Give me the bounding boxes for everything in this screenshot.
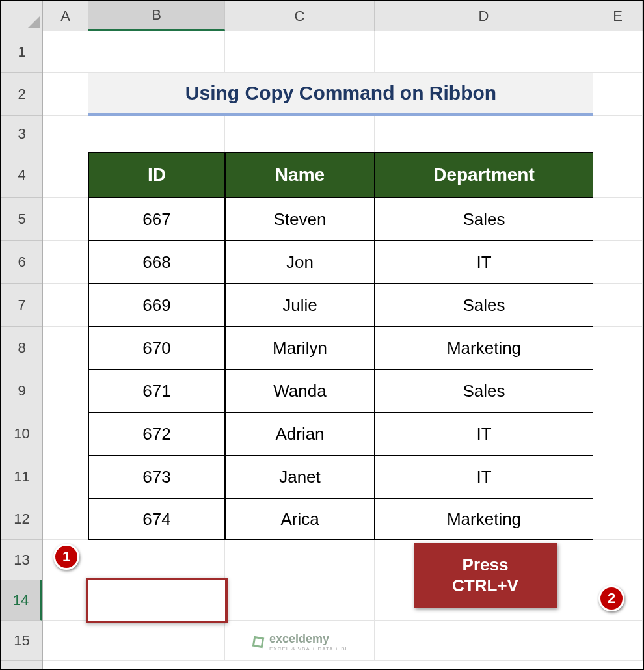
cell-E6[interactable] (593, 241, 643, 284)
cell-B1[interactable] (88, 31, 225, 73)
cell-E1[interactable] (593, 31, 643, 73)
col-header-B[interactable]: B (88, 1, 225, 31)
column-headers: ABCDE (43, 1, 643, 31)
col-header-E[interactable]: E (593, 1, 643, 31)
table-header-name: Name (225, 152, 375, 198)
cell-C14[interactable] (225, 580, 375, 621)
row-header-3[interactable]: 3 (1, 116, 42, 152)
cell-B13[interactable] (88, 540, 225, 580)
cell-name-668[interactable]: Jon (225, 241, 375, 284)
cell-dept-670[interactable]: Marketing (375, 327, 593, 369)
cell-A12[interactable] (43, 498, 88, 540)
select-all-corner[interactable] (1, 1, 43, 31)
cell-E4[interactable] (593, 152, 643, 198)
title: Using Copy Command on Ribbon (88, 73, 593, 116)
cell-E13[interactable] (593, 540, 643, 580)
cell-C1[interactable] (225, 31, 375, 73)
cell-name-671[interactable]: Wanda (225, 369, 375, 412)
row-headers: 123456789101112131415 (1, 31, 43, 669)
cell-E3[interactable] (593, 116, 643, 152)
cell-name-670[interactable]: Marilyn (225, 327, 375, 369)
svg-rect-2 (254, 638, 262, 646)
watermark: exceldemyEXCEL & VBA + DATA + BI (251, 632, 347, 652)
step-badge-1: 1 (53, 544, 79, 570)
cell-A1[interactable] (43, 31, 88, 73)
cell-id-673[interactable]: 673 (88, 455, 225, 498)
cell-id-669[interactable]: 669 (88, 284, 225, 327)
cell-D3[interactable] (375, 116, 593, 152)
cell-A5[interactable] (43, 198, 88, 241)
cell-A4[interactable] (43, 152, 88, 198)
cell-A14[interactable] (43, 580, 88, 621)
col-header-D[interactable]: D (375, 1, 593, 31)
row-header-10[interactable]: 10 (1, 412, 42, 455)
row-header-14[interactable]: 14 (1, 580, 42, 621)
cell-dept-668[interactable]: IT (375, 241, 593, 284)
cell-E12[interactable] (593, 498, 643, 540)
cell-A10[interactable] (43, 412, 88, 455)
col-header-C[interactable]: C (225, 1, 375, 31)
cell-dept-669[interactable]: Sales (375, 284, 593, 327)
cell-A3[interactable] (43, 116, 88, 152)
cell-D15[interactable] (375, 621, 593, 661)
table-header-id: ID (88, 152, 225, 198)
cell-name-674[interactable]: Arica (225, 498, 375, 540)
row-header-5[interactable]: 5 (1, 198, 42, 241)
row-header-1[interactable]: 1 (1, 31, 42, 73)
step-badge-2: 2 (598, 585, 624, 611)
cell-E15[interactable] (593, 621, 643, 661)
cell-id-668[interactable]: 668 (88, 241, 225, 284)
selection-highlight (86, 578, 228, 623)
cell-E8[interactable] (593, 327, 643, 369)
cell-name-673[interactable]: Janet (225, 455, 375, 498)
cell-B3[interactable] (88, 116, 225, 152)
row-header-8[interactable]: 8 (1, 327, 42, 369)
cell-E2[interactable] (593, 73, 643, 116)
cell-C3[interactable] (225, 116, 375, 152)
cell-id-671[interactable]: 671 (88, 369, 225, 412)
col-header-A[interactable]: A (43, 1, 88, 31)
cell-E5[interactable] (593, 198, 643, 241)
row-header-4[interactable]: 4 (1, 152, 42, 198)
cell-dept-672[interactable]: IT (375, 412, 593, 455)
cell-A6[interactable] (43, 241, 88, 284)
row-header-15[interactable]: 15 (1, 621, 42, 661)
cell-E7[interactable] (593, 284, 643, 327)
cell-C13[interactable] (225, 540, 375, 580)
table-header-department: Department (375, 152, 593, 198)
cell-name-667[interactable]: Steven (225, 198, 375, 241)
cell-dept-671[interactable]: Sales (375, 369, 593, 412)
cell-id-667[interactable]: 667 (88, 198, 225, 241)
cell-E10[interactable] (593, 412, 643, 455)
cell-D1[interactable] (375, 31, 593, 73)
row-header-9[interactable]: 9 (1, 369, 42, 412)
cell-A15[interactable] (43, 621, 88, 661)
cell-B15[interactable] (88, 621, 225, 661)
cell-id-674[interactable]: 674 (88, 498, 225, 540)
cell-name-669[interactable]: Julie (225, 284, 375, 327)
cell-dept-673[interactable]: IT (375, 455, 593, 498)
cell-id-672[interactable]: 672 (88, 412, 225, 455)
press-ctrl-v-callout: PressCTRL+V (414, 543, 557, 608)
row-header-12[interactable]: 12 (1, 498, 42, 540)
cell-dept-674[interactable]: Marketing (375, 498, 593, 540)
cell-A9[interactable] (43, 369, 88, 412)
cell-name-672[interactable]: Adrian (225, 412, 375, 455)
cell-E11[interactable] (593, 455, 643, 498)
cell-A2[interactable] (43, 73, 88, 116)
cell-A11[interactable] (43, 455, 88, 498)
cell-E9[interactable] (593, 369, 643, 412)
cell-A8[interactable] (43, 327, 88, 369)
cell-dept-667[interactable]: Sales (375, 198, 593, 241)
grid-area[interactable]: Using Copy Command on RibbonIDNameDepart… (43, 31, 643, 669)
row-header-2[interactable]: 2 (1, 73, 42, 116)
cell-A7[interactable] (43, 284, 88, 327)
row-header-6[interactable]: 6 (1, 241, 42, 284)
row-header-7[interactable]: 7 (1, 284, 42, 327)
row-header-11[interactable]: 11 (1, 455, 42, 498)
cell-id-670[interactable]: 670 (88, 327, 225, 369)
row-header-13[interactable]: 13 (1, 540, 42, 580)
svg-marker-0 (28, 16, 40, 28)
